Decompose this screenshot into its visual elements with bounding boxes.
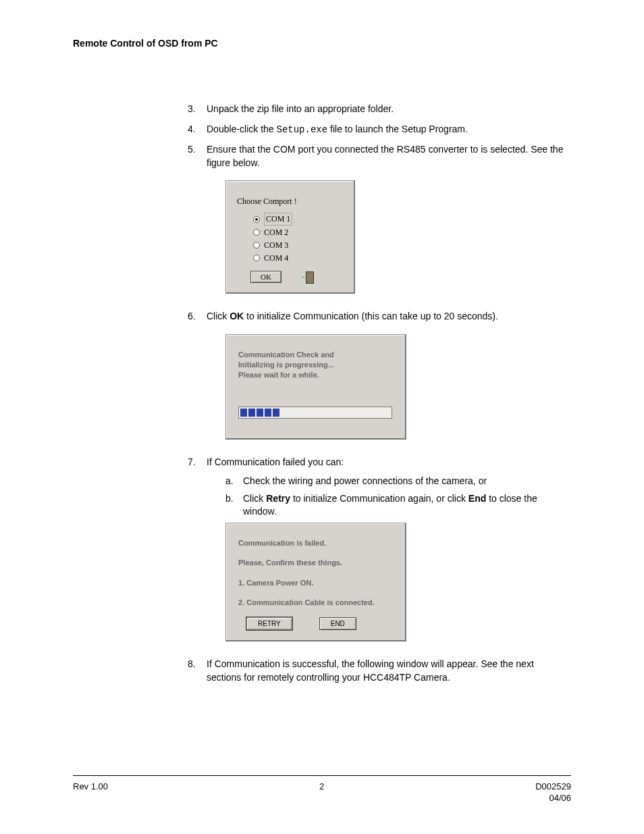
step-4: 4. Double-click the Setup.exe file to la… [188, 123, 571, 137]
dialog-text: 1. Camera Power ON. [238, 578, 394, 588]
step-number: 4. [188, 123, 207, 137]
text: to initialize Communication (this can ta… [244, 311, 498, 321]
step-number: 6. [188, 310, 207, 323]
radio-icon [253, 229, 260, 236]
radio-label: COM 3 [264, 240, 288, 251]
radio-com3[interactable]: COM 3 [253, 240, 344, 251]
dialog-text: Communication is failed. [238, 538, 394, 548]
substep-number: a. [225, 475, 243, 488]
footer-page-number: 2 [319, 781, 324, 804]
bold-text: OK [230, 311, 244, 321]
step-text: Ensure that the COM port you connected t… [207, 143, 571, 170]
text: Double-click the [207, 124, 277, 134]
substep-text: Click Retry to initialize Communication … [243, 492, 571, 519]
dialog-text: 2. Communication Cable is connected. [238, 598, 394, 608]
radio-icon [253, 242, 260, 249]
radio-icon [253, 216, 260, 223]
ok-button[interactable]: OK [250, 271, 281, 283]
step-text: If Communication is successful, the foll… [207, 658, 571, 684]
content-area: 3. Unpack the zip file into an appropria… [188, 103, 571, 685]
dialog-text: Please, Confirm these things. [238, 558, 394, 568]
text: Click [207, 311, 230, 321]
figure-progress-dialog: Communication Check and Initializing is … [188, 330, 571, 450]
step-7: 7. If Communication failed you can: a. C… [188, 456, 571, 651]
step-number: 3. [188, 103, 207, 116]
dialog-text: Please wait for a while. [238, 370, 394, 380]
bold-text: Retry [266, 493, 290, 504]
text: Click [243, 493, 266, 504]
step-3: 3. Unpack the zip file into an appropria… [188, 103, 571, 116]
failed-dialog: Communication is failed. Please, Confirm… [225, 523, 406, 642]
spacer [188, 176, 207, 303]
dialog-text: Communication Check and [238, 350, 394, 360]
radio-label: COM 2 [264, 227, 288, 238]
radio-icon [253, 255, 260, 261]
radio-com1[interactable]: COM 1 [253, 213, 344, 226]
step-7b: b. Click Retry to initialize Communicati… [225, 492, 571, 519]
step-8: 8. If Communication is successful, the f… [188, 658, 571, 684]
page-header: Remote Control of OSD from PC [73, 38, 571, 49]
step-text: Double-click the Setup.exe file to launc… [207, 123, 571, 137]
radio-com2[interactable]: COM 2 [253, 227, 344, 238]
bold-text: End [468, 493, 486, 504]
substep-text: Check the wiring and power connections o… [243, 475, 571, 488]
footer-date: 04/06 [535, 793, 571, 804]
retry-button[interactable]: RETRY [246, 617, 292, 630]
figure-comport-dialog: Choose Comport ! COM 1 COM 2 COM 3 COM 4 [188, 176, 571, 303]
radio-com4[interactable]: COM 4 [253, 253, 344, 264]
step-number: 7. [188, 456, 207, 651]
footer-revision: Rev 1.00 [73, 781, 108, 804]
step-text: If Communication failed you can: [207, 457, 344, 467]
substep-number: b. [225, 492, 243, 519]
step-6: 6. Click OK to initialize Communication … [188, 310, 571, 323]
dialog-caption: Choose Comport ! [237, 196, 344, 207]
step-number: 8. [188, 658, 207, 684]
step-7a: a. Check the wiring and power connection… [225, 475, 571, 488]
page-footer: Rev 1.00 2 D002529 04/06 [73, 775, 571, 804]
progress-dialog: Communication Check and Initializing is … [225, 334, 406, 440]
text: file to launch the Setup Program. [327, 124, 468, 134]
radio-label: COM 1 [264, 213, 292, 226]
comport-dialog: Choose Comport ! COM 1 COM 2 COM 3 COM 4 [225, 180, 355, 294]
exit-icon[interactable] [302, 270, 315, 284]
end-button[interactable]: END [319, 617, 356, 630]
radio-label: COM 4 [264, 253, 288, 264]
spacer [188, 330, 207, 450]
step-5: 5. Ensure that the COM port you connecte… [188, 143, 571, 170]
step-text: Click OK to initialize Communication (th… [207, 310, 571, 323]
step-number: 5. [188, 143, 207, 170]
step-text: Unpack the zip file into an appropriate … [207, 103, 571, 116]
progress-bar [238, 407, 392, 419]
dialog-text: Initializing is progressing... [238, 360, 394, 370]
code-text: Setup.exe [277, 124, 328, 135]
text: to initialize Communication again, or cl… [290, 493, 468, 504]
footer-docid: D002529 [535, 781, 571, 793]
